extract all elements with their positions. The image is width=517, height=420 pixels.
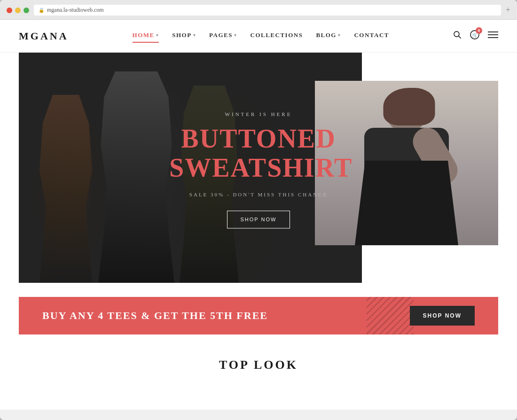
nav-label-pages: PAGES bbox=[209, 31, 233, 39]
chevron-down-icon: ▾ bbox=[193, 33, 196, 38]
website-content: MGANA HOME ▾ SHOP ▾ PAGES ▾ COLLECTIONS bbox=[0, 20, 517, 410]
nav-item-contact[interactable]: CONTACT bbox=[354, 31, 389, 41]
mannequin-figure-1 bbox=[33, 95, 99, 283]
search-button[interactable] bbox=[453, 31, 462, 41]
nav-label-blog: BLOG bbox=[316, 31, 337, 39]
cart-button[interactable]: 🛒 0 bbox=[470, 30, 479, 42]
chevron-down-icon: ▾ bbox=[234, 33, 237, 38]
top-look-section: TOP LOOK bbox=[0, 334, 517, 381]
minimize-button[interactable] bbox=[15, 8, 21, 13]
hero-section: WINTER IS HERE BUTTONED SWEATSHIRT SALE … bbox=[19, 53, 498, 288]
lock-icon: 🔒 bbox=[39, 8, 44, 13]
nav-label-shop: SHOP bbox=[172, 31, 191, 39]
nav-item-home[interactable]: HOME ▾ bbox=[133, 31, 159, 41]
chevron-down-icon: ▾ bbox=[156, 33, 159, 38]
svg-line-1 bbox=[459, 36, 461, 38]
new-tab-button[interactable]: + bbox=[506, 5, 510, 15]
nav-item-pages[interactable]: PAGES ▾ bbox=[209, 31, 237, 41]
hero-title-line2: SWEATSHIRT bbox=[169, 153, 352, 182]
hero-content: WINTER IS HERE BUTTONED SWEATSHIRT SALE … bbox=[169, 111, 348, 228]
main-nav: HOME ▾ SHOP ▾ PAGES ▾ COLLECTIONS BLOG ▾ bbox=[69, 31, 453, 41]
mannequin-figure-2 bbox=[94, 71, 179, 283]
site-header: MGANA HOME ▾ SHOP ▾ PAGES ▾ COLLECTIONS bbox=[0, 20, 517, 53]
maximize-button[interactable] bbox=[24, 8, 29, 13]
hero-title: BUTTONED SWEATSHIRT bbox=[169, 124, 348, 182]
browser-window: 🔒 mgana.la-studioweb.com + MGANA HOME ▾ … bbox=[0, 0, 517, 420]
hero-cta-button[interactable]: SHOP NOW bbox=[227, 211, 290, 229]
nav-label-contact: CONTACT bbox=[354, 31, 389, 39]
nav-item-shop[interactable]: SHOP ▾ bbox=[172, 31, 196, 41]
promo-banner: BUY ANY 4 TEES & GET THE 5TH FREE SHOP N… bbox=[19, 297, 498, 334]
nav-label-home: HOME bbox=[133, 31, 155, 39]
promo-banner-cta-button[interactable]: SHOP NOW bbox=[410, 306, 475, 326]
nav-label-collections: COLLECTIONS bbox=[251, 31, 303, 39]
cart-badge: 0 bbox=[476, 27, 482, 34]
nav-item-collections[interactable]: COLLECTIONS bbox=[251, 31, 303, 41]
nav-item-blog[interactable]: BLOG ▾ bbox=[316, 31, 341, 41]
close-button[interactable] bbox=[7, 8, 12, 13]
hero-promo-text: SALE 30% - DON'T MISS THIS CHANCE bbox=[169, 192, 348, 198]
hero-title-line1: BUTTONED bbox=[181, 124, 336, 153]
top-look-title: TOP LOOK bbox=[19, 358, 498, 372]
hero-subtitle: WINTER IS HERE bbox=[169, 111, 348, 117]
browser-traffic-lights bbox=[7, 8, 29, 13]
promo-banner-text: BUY ANY 4 TEES & GET THE 5TH FREE bbox=[42, 310, 268, 322]
site-actions: 🛒 0 bbox=[453, 30, 498, 42]
site-logo[interactable]: MGANA bbox=[19, 30, 69, 42]
address-bar[interactable]: 🔒 mgana.la-studioweb.com bbox=[34, 5, 501, 16]
browser-chrome: 🔒 mgana.la-studioweb.com + bbox=[0, 0, 517, 20]
portrait-skirt bbox=[355, 161, 458, 245]
chevron-down-icon: ▾ bbox=[338, 33, 341, 38]
menu-button[interactable] bbox=[488, 31, 498, 41]
url-text: mgana.la-studioweb.com bbox=[47, 7, 104, 14]
portrait-hair bbox=[384, 88, 435, 125]
